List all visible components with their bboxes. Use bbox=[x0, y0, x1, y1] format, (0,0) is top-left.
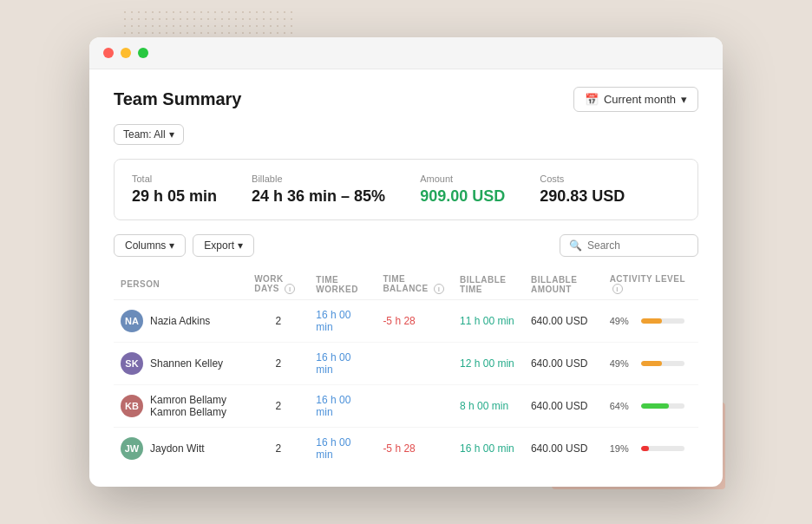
main-content: Team Summary 📅 Current month ▾ Team: All… bbox=[89, 69, 723, 487]
activity-level-info-icon[interactable]: i bbox=[612, 284, 623, 294]
person-cell-0: NA Nazia Adkins bbox=[114, 300, 247, 343]
time-worked-cell-3: 16 h 00 min bbox=[309, 428, 376, 470]
activity-bar-fill-3 bbox=[641, 446, 650, 451]
activity-percent-3: 19% bbox=[610, 443, 636, 454]
page-title: Team Summary bbox=[114, 89, 241, 109]
calendar-icon: 📅 bbox=[585, 93, 599, 106]
activity-bar-track-1 bbox=[641, 361, 684, 366]
summary-billable: Billable 24 h 36 min – 85% bbox=[252, 174, 385, 206]
work-days-cell-0: 2 bbox=[247, 300, 309, 343]
activity-bar-track-2 bbox=[641, 403, 684, 409]
toolbar-row: Columns ▾ Export ▾ 🔍 bbox=[114, 234, 698, 257]
time-worked-cell-1: 16 h 00 min bbox=[309, 343, 376, 385]
person-name-3: Jaydon Witt bbox=[150, 442, 205, 455]
summary-total: Total 29 h 05 min bbox=[132, 174, 217, 206]
export-chevron: ▾ bbox=[238, 239, 243, 252]
activity-bar-fill-0 bbox=[641, 318, 663, 324]
amount-value: 909.00 USD bbox=[420, 187, 505, 206]
person-cell-3: JW Jaydon Witt bbox=[114, 428, 247, 470]
activity-level-cell-3: 19% bbox=[603, 428, 698, 470]
table-header: PERSON WORK DAYS i TIME WORKED TIME BALA… bbox=[114, 269, 698, 300]
date-filter-label: Current month bbox=[604, 93, 676, 106]
col-activity-level: ACTIVITY LEVEL i bbox=[603, 269, 698, 300]
team-filter-button[interactable]: Team: All ▾ bbox=[114, 124, 184, 145]
time-balance-cell-3: -5 h 28 bbox=[376, 428, 453, 470]
toolbar-left: Columns ▾ Export ▾ bbox=[114, 234, 254, 257]
total-value: 29 h 05 min bbox=[132, 187, 217, 206]
billable-amount-cell-2: 640.00 USD bbox=[524, 385, 603, 428]
header-row: Team Summary 📅 Current month ▾ bbox=[114, 87, 698, 112]
col-person: PERSON bbox=[114, 269, 247, 300]
person-name-0: Nazia Adkins bbox=[150, 315, 210, 327]
col-time-worked: TIME WORKED bbox=[309, 269, 376, 300]
activity-level-cell-1: 49% bbox=[603, 343, 698, 385]
activity-level-cell-2: 64% bbox=[603, 385, 698, 428]
team-filter-label: Team: All bbox=[123, 128, 166, 141]
minimize-button[interactable] bbox=[121, 48, 131, 58]
col-billable-time: BILLABLE TIME bbox=[453, 269, 524, 300]
export-button[interactable]: Export ▾ bbox=[193, 234, 254, 257]
billable-time-cell-2: 8 h 00 min bbox=[453, 385, 524, 428]
billable-value: 24 h 36 min – 85% bbox=[252, 187, 385, 206]
table-row: KB Kamron Bellamy Kamron Bellamy 2 16 h … bbox=[114, 385, 698, 428]
activity-bar-fill-2 bbox=[641, 403, 669, 409]
avatar-1: SK bbox=[121, 352, 143, 375]
billable-amount-cell-1: 640.00 USD bbox=[524, 343, 603, 385]
col-billable-amount: BILLABLE AMOUNT bbox=[524, 269, 603, 300]
activity-percent-1: 49% bbox=[610, 358, 636, 369]
columns-chevron: ▾ bbox=[169, 239, 174, 252]
billable-time-cell-1: 12 h 00 min bbox=[453, 343, 524, 385]
activity-percent-0: 49% bbox=[610, 316, 636, 326]
date-filter-button[interactable]: 📅 Current month ▾ bbox=[573, 87, 698, 112]
activity-percent-2: 64% bbox=[610, 401, 636, 411]
time-balance-info-icon[interactable]: i bbox=[434, 284, 444, 294]
summary-amount: Amount 909.00 USD bbox=[420, 174, 505, 206]
work-days-cell-3: 2 bbox=[247, 428, 309, 470]
avatar-3: JW bbox=[121, 437, 143, 460]
costs-value: 290.83 USD bbox=[540, 187, 625, 206]
activity-bar-fill-1 bbox=[641, 361, 663, 366]
person-cell-2: KB Kamron Bellamy Kamron Bellamy bbox=[114, 385, 247, 428]
costs-label: Costs bbox=[540, 174, 625, 184]
app-window: Team Summary 📅 Current month ▾ Team: All… bbox=[89, 37, 723, 487]
maximize-button[interactable] bbox=[138, 48, 148, 58]
close-button[interactable] bbox=[103, 48, 114, 58]
time-balance-cell-1 bbox=[376, 343, 453, 385]
avatar-2: KB bbox=[121, 395, 143, 417]
summary-costs: Costs 290.83 USD bbox=[540, 174, 625, 206]
billable-label: Billable bbox=[252, 174, 385, 184]
time-balance-cell-0: -5 h 28 bbox=[376, 300, 453, 343]
work-days-info-icon[interactable]: i bbox=[285, 284, 295, 294]
col-time-balance: TIME BALANCE i bbox=[376, 269, 453, 300]
search-icon: 🔍 bbox=[569, 239, 582, 252]
chevron-down-icon: ▾ bbox=[681, 93, 687, 106]
avatar-0: NA bbox=[121, 310, 143, 332]
billable-amount-cell-3: 640.00 USD bbox=[524, 428, 603, 470]
columns-button[interactable]: Columns ▾ bbox=[114, 234, 186, 257]
person-name-1: Shannen Kelley bbox=[150, 357, 223, 370]
time-worked-cell-2: 16 h 00 min bbox=[309, 385, 376, 428]
table-row: JW Jaydon Witt 2 16 h 00 min -5 h 28 16 … bbox=[114, 428, 698, 470]
table-body: NA Nazia Adkins 2 16 h 00 min -5 h 28 11… bbox=[114, 300, 698, 470]
work-days-cell-1: 2 bbox=[247, 343, 309, 385]
columns-label: Columns bbox=[125, 239, 166, 252]
time-worked-cell-0: 16 h 00 min bbox=[309, 300, 376, 343]
amount-label: Amount bbox=[420, 174, 505, 184]
person-name-2: Kamron Bellamy Kamron Bellamy bbox=[150, 394, 240, 418]
export-label: Export bbox=[204, 239, 234, 252]
table-row: SK Shannen Kelley 2 16 h 00 min 12 h 00 … bbox=[114, 343, 698, 385]
activity-bar-track-0 bbox=[641, 318, 684, 324]
time-balance-cell-2 bbox=[376, 385, 453, 428]
billable-time-cell-0: 11 h 00 min bbox=[453, 300, 524, 343]
billable-time-cell-3: 16 h 00 min bbox=[453, 428, 524, 470]
filter-row: Team: All ▾ bbox=[114, 124, 698, 145]
table-row: NA Nazia Adkins 2 16 h 00 min -5 h 28 11… bbox=[114, 300, 698, 343]
search-input[interactable] bbox=[587, 239, 689, 252]
total-label: Total bbox=[132, 174, 217, 184]
title-bar bbox=[89, 37, 723, 69]
billable-amount-cell-0: 640.00 USD bbox=[524, 300, 603, 343]
person-cell-1: SK Shannen Kelley bbox=[114, 343, 247, 385]
activity-bar-track-3 bbox=[641, 446, 684, 451]
work-days-cell-2: 2 bbox=[247, 385, 309, 428]
search-box[interactable]: 🔍 bbox=[560, 234, 698, 257]
